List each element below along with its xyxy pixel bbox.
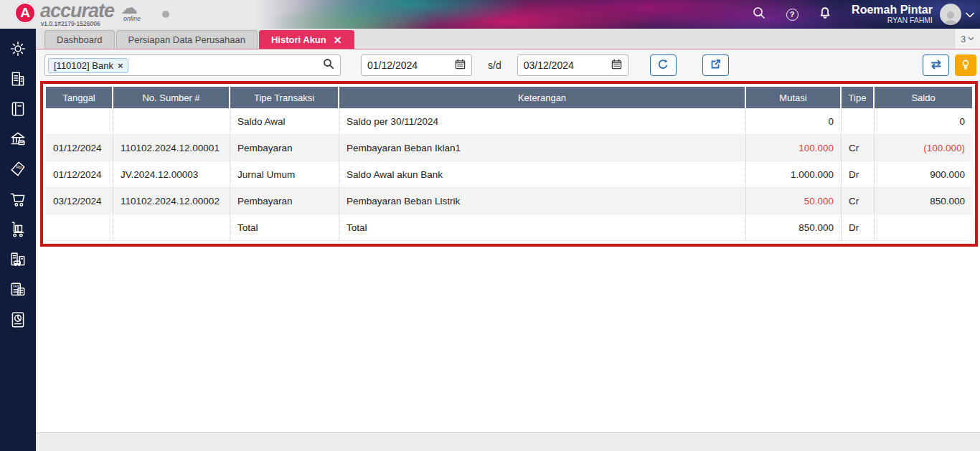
cell-mutasi: 100.000 bbox=[746, 135, 842, 161]
main-area: Dashboard Persiapan Data Perusahaan Hist… bbox=[36, 29, 980, 451]
help-icon: ? bbox=[786, 9, 798, 21]
tab-label: Dashboard bbox=[57, 34, 103, 45]
brand-name: accurate bbox=[40, 0, 114, 22]
cell-tipe: Cr bbox=[842, 135, 875, 161]
table-row-transaction[interactable]: 01/12/2024 110102.2024.12.00001 Pembayar… bbox=[46, 135, 972, 161]
cell-saldo: 0 bbox=[875, 108, 972, 135]
cell-keterangan: Saldo Awal akun Bank bbox=[339, 161, 746, 188]
tab-histori-akun[interactable]: Histori Akun ✕ bbox=[259, 30, 354, 49]
date-to-input[interactable] bbox=[524, 60, 611, 71]
swap-arrows-icon bbox=[930, 60, 943, 72]
app-root: A accurate v1.0.1#2179-1526006 ☁ online … bbox=[0, 0, 980, 451]
hint-button[interactable] bbox=[955, 54, 976, 76]
cell-tanggal: 03/12/2024 bbox=[46, 188, 113, 214]
brand-logo: A accurate v1.0.1#2179-1526006 ☁ online bbox=[0, 0, 194, 29]
export-button[interactable] bbox=[702, 54, 729, 76]
cell-keterangan: Saldo per 30/11/2024 bbox=[339, 108, 746, 135]
date-from-input[interactable] bbox=[367, 60, 455, 71]
table-highlight-annotation: Tanggal No. Sumber # Tipe Transaksi Kete… bbox=[40, 81, 978, 247]
sidebar-item-cash-bank[interactable] bbox=[6, 130, 30, 150]
avatar[interactable] bbox=[940, 4, 961, 25]
cell-keterangan: Pembayaran Beban Iklan1 bbox=[339, 135, 746, 161]
cell-tipe-transaksi: Pembayaran bbox=[230, 188, 339, 214]
cell-tipe: Cr bbox=[842, 188, 875, 214]
tax-document-icon: TAX bbox=[9, 280, 27, 302]
account-search-input[interactable]: [110102] Bank × bbox=[44, 54, 341, 76]
sidebar-item-sales[interactable]: Rp bbox=[6, 161, 30, 180]
cell-tipe: Dr bbox=[842, 214, 875, 241]
cell-mutasi: 0 bbox=[746, 108, 842, 135]
sidebar-item-tax[interactable]: TAX bbox=[6, 281, 30, 300]
user-menu-chevron-icon[interactable] bbox=[966, 8, 974, 21]
sidebar-item-settings[interactable] bbox=[6, 40, 30, 60]
refresh-button[interactable] bbox=[650, 54, 677, 76]
cell-tipe: Dr bbox=[842, 161, 875, 188]
col-header-tipe-transaksi[interactable]: Tipe Transaksi bbox=[230, 87, 339, 108]
close-icon[interactable]: ✕ bbox=[334, 35, 342, 45]
sidebar-item-fixed-assets[interactable] bbox=[6, 251, 30, 270]
tab-count: 3 bbox=[961, 34, 966, 44]
tab-label: Histori Akun bbox=[271, 34, 326, 45]
date-from-field[interactable] bbox=[361, 54, 472, 76]
table-row-total[interactable]: Total Total 850.000 Dr bbox=[46, 214, 972, 241]
calendar-icon bbox=[455, 59, 466, 72]
date-to-field[interactable] bbox=[517, 54, 628, 76]
cell-no-sumber bbox=[113, 214, 230, 241]
tab-dashboard[interactable]: Dashboard bbox=[44, 30, 115, 49]
notifications-button[interactable] bbox=[809, 0, 842, 29]
user-info[interactable]: Roemah Pintar RYAN FAHMI bbox=[852, 4, 933, 24]
company-building-icon bbox=[9, 70, 27, 91]
cell-saldo: 900.000 bbox=[875, 161, 972, 188]
svg-text:TAX: TAX bbox=[13, 284, 20, 288]
cell-tipe-transaksi: Pembayaran bbox=[230, 135, 339, 161]
tab-overflow-dropdown[interactable]: 3 bbox=[954, 29, 980, 49]
cell-tanggal: 01/12/2024 bbox=[46, 135, 113, 161]
table-header-row: Tanggal No. Sumber # Tipe Transaksi Kete… bbox=[46, 87, 972, 108]
cell-tipe-transaksi: Total bbox=[230, 214, 339, 241]
swap-columns-button[interactable] bbox=[923, 54, 949, 76]
sidebar-item-purchases[interactable] bbox=[6, 191, 30, 210]
cloud-icon: ☁ bbox=[121, 0, 138, 16]
gear-icon bbox=[9, 39, 27, 61]
sidebar-item-ledger[interactable] bbox=[6, 100, 30, 120]
fixed-asset-icon bbox=[9, 250, 27, 272]
search-icon bbox=[323, 58, 334, 72]
tab-bar: Dashboard Persiapan Data Perusahaan Hist… bbox=[36, 29, 980, 49]
bank-cash-icon bbox=[9, 130, 27, 151]
lightbulb-icon bbox=[960, 59, 971, 72]
table-row-transaction[interactable]: 01/12/2024 JV.2024.12.00003 Jurnal Umum … bbox=[46, 161, 972, 188]
cell-tanggal: 01/12/2024 bbox=[46, 161, 113, 188]
table-row-saldo-awal[interactable]: Saldo Awal Saldo per 30/11/2024 0 0 bbox=[46, 108, 972, 135]
chip-remove-icon[interactable]: × bbox=[118, 60, 123, 71]
cell-tanggal bbox=[46, 108, 113, 135]
col-header-tipe[interactable]: Tipe bbox=[842, 87, 875, 108]
cell-mutasi: 1.000.000 bbox=[746, 161, 842, 188]
cell-mutasi: 850.000 bbox=[746, 214, 842, 241]
shopping-cart-icon bbox=[9, 190, 27, 212]
col-header-saldo[interactable]: Saldo bbox=[875, 87, 972, 108]
sidebar: Rp TAX bbox=[0, 29, 36, 451]
cell-no-sumber: 110102.2024.12.00002 bbox=[113, 188, 230, 214]
cell-tanggal bbox=[46, 214, 113, 241]
tab-persiapan-data-perusahaan[interactable]: Persiapan Data Perusahaan bbox=[116, 30, 258, 49]
sidebar-item-company[interactable] bbox=[6, 70, 30, 90]
ledger-book-icon bbox=[9, 100, 27, 121]
col-header-keterangan[interactable]: Keterangan bbox=[339, 87, 746, 108]
col-header-tanggal[interactable]: Tanggal bbox=[46, 87, 113, 108]
user-subtitle: RYAN FAHMI bbox=[852, 16, 933, 25]
table-row-transaction[interactable]: 03/12/2024 110102.2024.12.00002 Pembayar… bbox=[46, 188, 972, 214]
account-filter-chip: [110102] Bank × bbox=[48, 58, 128, 73]
col-header-mutasi[interactable]: Mutasi bbox=[746, 87, 842, 108]
brand-sub: online bbox=[123, 15, 141, 22]
tab-label: Persiapan Data Perusahaan bbox=[128, 34, 245, 45]
sidebar-item-reports[interactable] bbox=[6, 311, 30, 331]
cell-no-sumber bbox=[113, 108, 230, 135]
top-header: A accurate v1.0.1#2179-1526006 ☁ online … bbox=[0, 0, 980, 29]
app-version: v1.0.1#2179-1526006 bbox=[41, 20, 100, 27]
search-icon bbox=[752, 6, 766, 23]
date-range-separator: s/d bbox=[488, 60, 501, 71]
col-header-no-sumber[interactable]: No. Sumber # bbox=[113, 87, 230, 108]
help-button[interactable]: ? bbox=[776, 0, 809, 29]
sidebar-item-inventory[interactable] bbox=[6, 221, 30, 240]
search-button[interactable] bbox=[743, 0, 776, 29]
